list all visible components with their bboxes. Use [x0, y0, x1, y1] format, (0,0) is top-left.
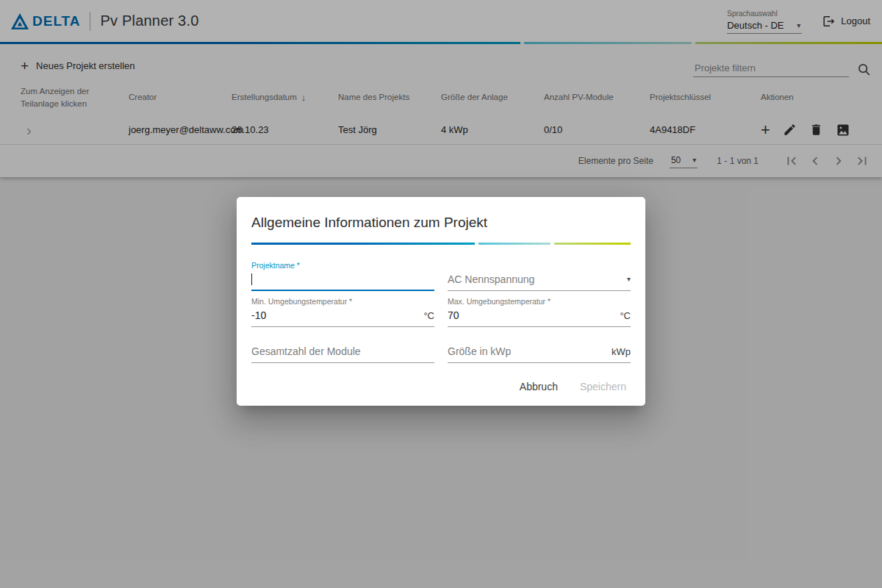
dialog-gradient-bar [251, 243, 631, 245]
ac-voltage-select-value: AC Nennspannung [448, 273, 534, 285]
size-kwp-field[interactable]: kWp [448, 327, 631, 363]
size-kwp-input[interactable] [448, 345, 606, 357]
dialog-form: Projektname * AC Nennspannung ▾ Min. Umg… [251, 255, 631, 363]
max-temperature-field[interactable]: Max. Umgebungstemperatur * °C [448, 291, 631, 327]
size-kwp-unit: kWp [612, 346, 631, 357]
chevron-down-icon: ▾ [627, 276, 631, 283]
project-name-input[interactable] [252, 273, 434, 285]
dialog-title: Allgemeine Informationen zum Projekt [251, 215, 631, 231]
min-temperature-unit: °C [423, 310, 434, 321]
project-dialog: Allgemeine Informationen zum Projekt Pro… [237, 197, 645, 406]
ac-voltage-field[interactable]: AC Nennspannung ▾ [448, 255, 631, 291]
max-temperature-input[interactable] [448, 309, 614, 321]
min-temperature-field[interactable]: Min. Umgebungstemperatur * °C [251, 291, 434, 327]
project-name-field[interactable]: Projektname * [251, 255, 434, 291]
min-temperature-label: Min. Umgebungstemperatur * [251, 297, 434, 306]
min-temperature-input[interactable] [251, 309, 417, 321]
gradient-segment [478, 243, 551, 245]
cancel-button[interactable]: Abbruch [520, 381, 558, 392]
dialog-actions: Abbruch Speichern [251, 381, 631, 395]
total-modules-field[interactable] [251, 327, 434, 363]
gradient-segment [554, 243, 631, 245]
max-temperature-label: Max. Umgebungstemperatur * [448, 297, 631, 306]
project-name-label: Projektname * [251, 261, 434, 270]
gradient-segment [251, 243, 475, 245]
max-temperature-unit: °C [620, 310, 631, 321]
save-button[interactable]: Speichern [580, 381, 626, 392]
total-modules-input[interactable] [251, 345, 434, 357]
